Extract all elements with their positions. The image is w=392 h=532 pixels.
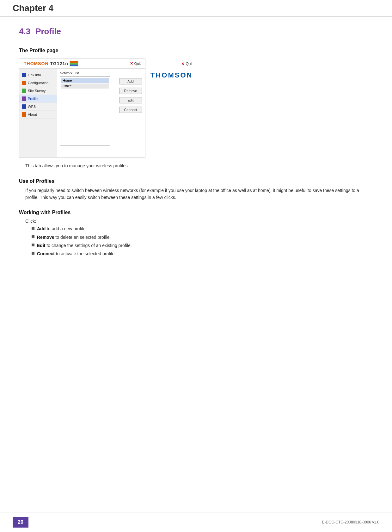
page-number: 20 [13, 517, 28, 528]
quit-x-right-icon: ✕ [181, 62, 184, 66]
thomson-brand-text: THOMSON TG121n [24, 61, 68, 66]
bullet-icon-edit [32, 244, 34, 246]
screenshot-image: THOMSON TG121n ✕ Quit [19, 59, 145, 158]
thomson-header-bar: THOMSON TG121n ✕ Quit [19, 59, 145, 69]
thomson-right-logo: THOMSON [150, 69, 193, 79]
section-number: 4.3 [19, 27, 30, 36]
nav-profile-label: Profile [28, 97, 38, 101]
nav-wps[interactable]: WPS [19, 103, 57, 111]
nav-link-info-label: Link Info [28, 73, 41, 77]
network-list-label: Network List [60, 71, 114, 75]
use-of-profiles-section: Use of Profiles If you regularly need to… [19, 178, 373, 201]
site-survey-icon [22, 89, 26, 93]
nav-wps-label: WPS [28, 105, 36, 108]
nav-configuration[interactable]: Configuration [19, 79, 57, 87]
list-item-connect: Connect to activate the selected profile… [32, 251, 373, 257]
thomson-body: Link Info Configuration Site Survey Prof… [19, 69, 145, 157]
section-heading: 4.3Profile [19, 27, 373, 38]
action-buttons-panel: Add Remove Edit Connect [117, 69, 145, 157]
page-header: Chapter 4 [0, 0, 392, 17]
configuration-icon [22, 81, 26, 85]
list-item-remove: Remove to delete an selected profile. [32, 234, 373, 240]
click-label: Click: [19, 219, 373, 224]
working-with-profiles-section: Working with Profiles Click: Add to add … [19, 210, 373, 257]
doc-id: E-DOC-CTC-20080318-0006 v1.0 [322, 520, 379, 524]
profile-page-subheading: The Profile page [19, 48, 373, 53]
list-item-connect-text: Connect to activate the selected profile… [37, 251, 116, 257]
list-item-edit-text: Edit to change the settings of an existi… [37, 242, 132, 249]
nav-site-survey[interactable]: Site Survey [19, 87, 57, 95]
network-list-box[interactable]: Home Office [60, 76, 110, 146]
quit-right-label: Quit [186, 62, 193, 66]
list-item-add: Add to add a new profile. [32, 226, 373, 232]
add-button[interactable]: Add [119, 78, 142, 84]
thomson-logo: THOMSON TG121n [24, 61, 78, 66]
page-footer: 20 E-DOC-CTC-20080318-0006 v1.0 [0, 512, 392, 532]
working-with-profiles-title: Working with Profiles [19, 210, 373, 215]
wps-icon [22, 104, 26, 109]
content-area: 4.3Profile The Profile page THOMSON TG12… [0, 17, 392, 285]
working-profiles-list: Add to add a new profile. Remove to dele… [19, 226, 373, 257]
nav-profile[interactable]: Profile [19, 95, 57, 103]
nav-configuration-label: Configuration [28, 81, 48, 85]
quit-right[interactable]: ✕ Quit [181, 62, 193, 66]
bullet-icon-remove [32, 235, 34, 238]
profile-page-description: This tab allows you to manage your wirel… [19, 163, 373, 168]
nav-site-survey-label: Site Survey [28, 89, 46, 93]
use-of-profiles-title: Use of Profiles [19, 178, 373, 184]
about-icon [22, 112, 26, 117]
use-of-profiles-text: If you regularly need to switch between … [19, 187, 373, 201]
nav-link-info[interactable]: Link Info [19, 71, 57, 79]
thomson-flag-icon [70, 61, 78, 66]
model-text: TG121n [50, 61, 68, 66]
connect-button[interactable]: Connect [119, 107, 142, 113]
list-item-remove-text: Remove to delete an selected profile. [37, 234, 111, 240]
chapter-label: Chapter 4 [13, 3, 53, 13]
bullet-icon-connect [32, 252, 34, 255]
network-list-panel: Network List Home Office [57, 69, 117, 157]
nav-about-label: About [28, 113, 37, 116]
thomson-nav: Link Info Configuration Site Survey Prof… [19, 69, 57, 157]
remove-button[interactable]: Remove [119, 88, 142, 94]
edit-button[interactable]: Edit [119, 97, 142, 103]
quit-x-icon: ✕ [130, 61, 133, 66]
list-item-add-text: Add to add a new profile. [37, 226, 87, 232]
bullet-icon-add [32, 227, 34, 230]
network-item-office[interactable]: Office [61, 84, 109, 89]
thomson-right-brand: ✕ Quit THOMSON [145, 59, 198, 83]
link-info-icon [22, 73, 26, 77]
list-item-edit: Edit to change the settings of an existi… [32, 242, 373, 249]
quit-button[interactable]: ✕ Quit [130, 61, 141, 66]
network-item-home[interactable]: Home [61, 78, 109, 83]
profile-icon [22, 96, 26, 101]
nav-about[interactable]: About [19, 111, 57, 119]
section-title: Profile [35, 27, 61, 36]
screenshot-wrapper: THOMSON TG121n ✕ Quit [19, 59, 373, 158]
quit-label: Quit [134, 62, 141, 65]
